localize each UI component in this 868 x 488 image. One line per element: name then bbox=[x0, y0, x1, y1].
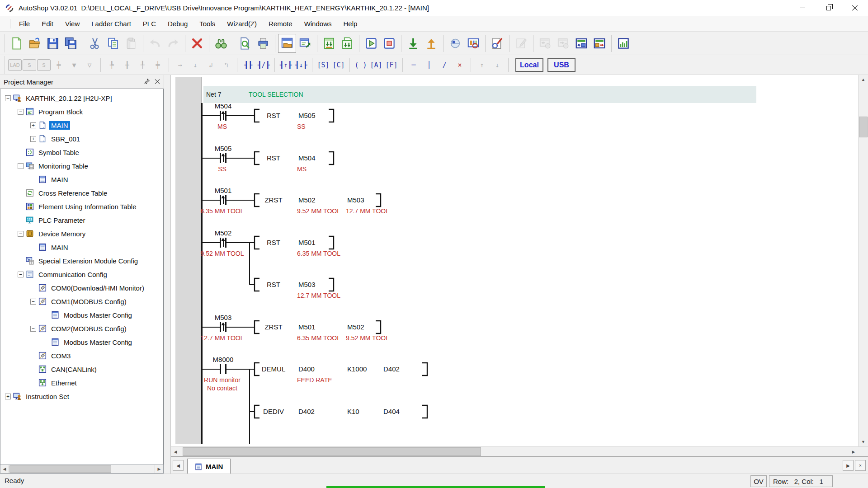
expand-icon[interactable]: + bbox=[30, 136, 36, 142]
tree-item-cross-reference-table[interactable]: Cross Reference Table bbox=[0, 186, 163, 200]
copy-button[interactable] bbox=[104, 34, 122, 53]
collapse-icon[interactable]: − bbox=[30, 299, 36, 305]
monitor-window-right-button[interactable] bbox=[590, 34, 609, 53]
run-plc-button[interactable] bbox=[362, 34, 380, 53]
ladder-canvas[interactable]: text{font-family:"Liberation Sans",sans-… bbox=[171, 75, 858, 446]
applied-instruction[interactable]: [A] bbox=[369, 59, 383, 71]
save-button[interactable] bbox=[44, 34, 62, 53]
compile-button[interactable] bbox=[320, 34, 338, 53]
insert-row[interactable]: ▼ bbox=[67, 59, 81, 71]
collapse-icon[interactable]: − bbox=[30, 326, 36, 332]
app-icon[interactable] bbox=[5, 4, 14, 13]
panel-close-icon[interactable] bbox=[155, 79, 160, 84]
close-button[interactable] bbox=[842, 0, 868, 16]
stop-plc-button[interactable] bbox=[380, 34, 398, 53]
local-button[interactable]: Local bbox=[515, 58, 543, 72]
branch-middle[interactable]: ╂ bbox=[120, 59, 134, 71]
collapse-icon[interactable]: − bbox=[18, 109, 24, 115]
rung-6[interactable]: M8000RUN monitorNo contactDEMULD400FEED … bbox=[202, 356, 428, 444]
menu-remote[interactable]: Remote bbox=[263, 16, 298, 31]
rung-1[interactable]: M504MSRSTM505SS bbox=[202, 102, 334, 130]
scroll-left-arrow[interactable]: ◀ bbox=[171, 447, 180, 456]
coil-reset[interactable]: [C] bbox=[331, 59, 346, 71]
collapse-icon[interactable]: − bbox=[18, 231, 24, 237]
menu-help[interactable]: Help bbox=[337, 16, 363, 31]
ladder-hscrollbar[interactable]: ◀ ▶ bbox=[171, 446, 868, 456]
parallel-branch[interactable]: ╪ bbox=[151, 59, 165, 71]
project-tree-hscrollbar[interactable]: ◀ ▶ bbox=[0, 465, 164, 474]
menu-file[interactable]: File bbox=[13, 16, 36, 31]
redo-button[interactable] bbox=[164, 34, 182, 53]
tree-item-modbus-master-config[interactable]: Modbus Master Config bbox=[0, 308, 163, 322]
wire-corner-up[interactable]: ↰ bbox=[219, 59, 233, 71]
panel-splitter[interactable] bbox=[164, 75, 171, 474]
tree-item-communication-config[interactable]: −Communication Config bbox=[0, 267, 163, 281]
branch-open[interactable]: ╄ bbox=[104, 59, 119, 71]
menu-view[interactable]: View bbox=[59, 16, 85, 31]
coil-set[interactable]: [S] bbox=[316, 59, 330, 71]
minimize-button[interactable] bbox=[789, 0, 816, 16]
tree-item-main[interactable]: MAIN bbox=[0, 240, 163, 254]
communication-settings-button[interactable] bbox=[446, 34, 464, 53]
pin-icon[interactable] bbox=[144, 78, 150, 86]
tab-scroll-right[interactable]: ▶ bbox=[843, 460, 854, 471]
wire-right[interactable]: → bbox=[173, 59, 187, 71]
function-instruction[interactable]: [F] bbox=[384, 59, 399, 71]
tree-item-plc-parameter[interactable]: PLC Parameter bbox=[0, 213, 163, 227]
project-manager-window-button[interactable] bbox=[278, 34, 296, 53]
insert-cell[interactable]: ┿ bbox=[52, 59, 66, 71]
tree-item-instruction-set[interactable]: +Instruction Set bbox=[0, 389, 163, 403]
expand-icon[interactable]: + bbox=[5, 394, 11, 399]
stl-view[interactable]: S bbox=[23, 59, 36, 71]
scroll-thumb[interactable] bbox=[859, 117, 868, 137]
delete-button[interactable] bbox=[188, 34, 206, 53]
find-in-project-button[interactable] bbox=[236, 34, 254, 53]
scroll-thumb[interactable] bbox=[183, 447, 481, 456]
tree-item-can-canlink-[interactable]: CAN(CANLink) bbox=[0, 362, 163, 376]
tree-item-element-using-information-table[interactable]: Element Using Information Table bbox=[0, 200, 163, 213]
tree-item-com0-download-hmi-monitor-[interactable]: COM0(Download/HMI Monitor) bbox=[0, 281, 163, 295]
delete-horizontal-line[interactable]: ∕ bbox=[437, 59, 452, 71]
print-button[interactable] bbox=[254, 34, 272, 53]
scroll-up[interactable]: ↑ bbox=[475, 59, 489, 71]
scroll-left-arrow[interactable]: ◀ bbox=[0, 465, 9, 473]
open-file-button[interactable] bbox=[26, 34, 44, 53]
contact-falling[interactable]: ┨↓┠ bbox=[294, 59, 308, 71]
scroll-up-arrow[interactable]: ▲ bbox=[859, 75, 868, 84]
edit-mode-button[interactable] bbox=[512, 34, 530, 53]
scroll-down[interactable]: ↓ bbox=[490, 59, 505, 71]
program-check-button[interactable] bbox=[488, 34, 506, 53]
wire-corner-down[interactable]: ↲ bbox=[203, 59, 218, 71]
contact-no[interactable]: ┨┠ bbox=[241, 59, 255, 71]
menu-tools[interactable]: Tools bbox=[193, 16, 221, 31]
instruction-tree-window-button[interactable] bbox=[296, 34, 314, 53]
menu-windows[interactable]: Windows bbox=[298, 16, 338, 31]
tree-item-symbol-table[interactable]: Symbol Table bbox=[0, 145, 163, 159]
undo-button[interactable] bbox=[146, 34, 164, 53]
delete-vertical-line[interactable]: × bbox=[453, 59, 467, 71]
contact-rising[interactable]: ┨↑┠ bbox=[278, 59, 293, 71]
tree-item-com3[interactable]: COM3 bbox=[0, 349, 163, 362]
menu-edit[interactable]: Edit bbox=[36, 16, 59, 31]
contact-nc[interactable]: ┨/┠ bbox=[256, 59, 271, 71]
tab-close[interactable]: × bbox=[855, 460, 866, 471]
scroll-right-arrow[interactable]: ▶ bbox=[849, 447, 858, 456]
write-to-plc-button[interactable] bbox=[554, 34, 572, 53]
delete-row[interactable]: ▽ bbox=[82, 59, 97, 71]
element-statistics-button[interactable] bbox=[614, 34, 632, 53]
rung-5[interactable]: M50312.7 MM TOOLZRSTM5016.35 MM TOOLM502… bbox=[201, 314, 390, 342]
tree-item-com1-modbus-config-[interactable]: −COM1(MODBUS Config) bbox=[0, 295, 163, 308]
ladder-vscrollbar[interactable]: ▲ ▼ bbox=[858, 75, 868, 446]
rung-3[interactable]: M5016.35 MM TOOLZRSTM5029.52 MM TOOLM503… bbox=[201, 187, 390, 215]
tree-item-program-block[interactable]: −Program Block bbox=[0, 105, 163, 118]
lad-view[interactable]: LAD bbox=[8, 59, 22, 71]
tree-item-monitoring-table[interactable]: −Monitoring Table bbox=[0, 159, 163, 173]
paste-button[interactable] bbox=[122, 34, 140, 53]
tree-item-sbr-001[interactable]: +SBR_001 bbox=[0, 132, 163, 145]
tree-item-main[interactable]: +MAIN bbox=[0, 118, 163, 132]
rung-2[interactable]: M505SSRSTM504MS bbox=[202, 145, 334, 173]
find-button[interactable] bbox=[212, 34, 230, 53]
sfc-view[interactable]: S bbox=[37, 59, 51, 71]
scroll-down-arrow[interactable]: ▼ bbox=[859, 437, 868, 446]
collapse-icon[interactable]: − bbox=[18, 163, 24, 169]
